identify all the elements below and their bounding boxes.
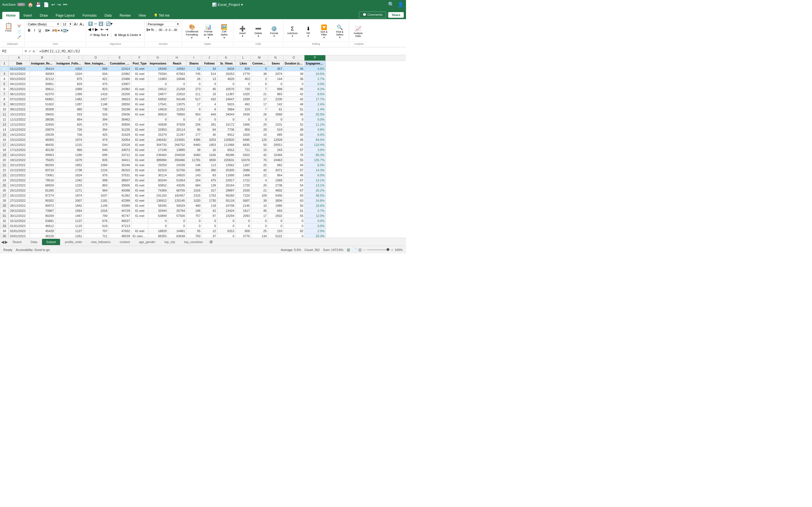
cell[interactable]: 646 <box>202 112 217 117</box>
table-row[interactable]: 2726/12/2022872741874103741362IG reel191… <box>0 193 326 198</box>
header-cell-E[interactable]: Cumulative_Followers <box>109 61 132 66</box>
cell[interactable]: 21/12/2022 <box>9 168 30 173</box>
cell[interactable]: 2007 <box>55 198 84 203</box>
cell[interactable]: 12/12/2022 <box>9 122 30 127</box>
cell[interactable]: 1216 <box>84 168 109 173</box>
cell[interactable]: 55 <box>186 228 202 233</box>
cell[interactable]: 954 <box>186 112 202 117</box>
sheet-tab-top_city[interactable]: top_city <box>160 239 179 245</box>
cell[interactable]: 52 <box>186 66 202 71</box>
cell[interactable]: 28 <box>251 112 268 117</box>
cell[interactable]: 13/12/2022 <box>9 127 30 132</box>
cell[interactable]: 29936 <box>109 112 132 117</box>
table-row[interactable]: 3301/01/2023466121115619472130000000000.… <box>0 223 326 228</box>
cell[interactable]: 13895 <box>168 147 186 152</box>
col-header-N[interactable]: N <box>268 55 283 61</box>
table-row[interactable]: 504/12/202230851829475239070000000000.0% <box>0 81 326 87</box>
cell[interactable]: 4 <box>202 102 217 107</box>
cell[interactable]: 21347 <box>168 132 186 137</box>
cell[interactable]: 1564 <box>55 208 84 213</box>
cell[interactable]: 0 <box>148 223 168 228</box>
cell[interactable]: 78856 <box>168 112 186 117</box>
cell[interactable]: 0 <box>217 218 236 223</box>
col-header-L[interactable]: L <box>236 55 251 61</box>
cell[interactable]: 144 <box>268 76 284 81</box>
cell[interactable]: 8.5% <box>305 92 326 97</box>
cell[interactable]: 0 <box>148 117 168 122</box>
cell[interactable]: 17 <box>186 102 202 107</box>
cell[interactable]: 25 <box>251 228 268 233</box>
cell[interactable]: IG reel <box>132 122 148 127</box>
cell[interactable]: IG reel <box>132 158 148 163</box>
cell[interactable]: 5607 <box>236 198 251 203</box>
cell[interactable]: 39309 <box>30 107 55 112</box>
cell[interactable]: 66801 <box>30 97 55 102</box>
header-cell-I[interactable]: Shares <box>186 61 202 66</box>
cell[interactable]: 6835 <box>236 142 251 147</box>
cell[interactable]: 15466 <box>268 152 284 158</box>
cell[interactable]: 10/12/2022 <box>9 112 30 117</box>
cell[interactable]: 134 <box>251 233 268 238</box>
cell[interactable]: 31629 <box>109 132 132 137</box>
find-select-button[interactable]: 🔍 Find &Select ▾ <box>333 24 347 40</box>
cell[interactable]: 139 <box>202 183 217 188</box>
cell[interactable]: 64 <box>202 127 217 132</box>
cell[interactable]: 66755 <box>168 188 186 193</box>
col-header-H[interactable]: H <box>168 55 186 61</box>
cell[interactable]: 45428 <box>30 228 55 233</box>
accounting-button[interactable]: $▾ <box>146 28 150 32</box>
cell[interactable]: 883 <box>268 92 284 97</box>
cell[interactable]: 0 <box>202 117 217 122</box>
cell[interactable]: 2315 <box>186 193 202 198</box>
cell[interactable]: 2145 <box>236 203 251 208</box>
table-row[interactable]: 706/12/2022623701399141825205IG reel2487… <box>0 92 326 97</box>
cell[interactable]: IG reel <box>132 97 148 102</box>
header-cell-D[interactable]: New_Instagram_Followers <box>84 61 109 66</box>
cell[interactable]: 10 <box>251 203 268 208</box>
cell[interactable]: 4385 <box>186 137 202 142</box>
cell[interactable]: 2.4% <box>305 102 326 107</box>
cell[interactable]: 25 <box>251 163 268 168</box>
cell[interactable]: 2.7% <box>305 76 326 81</box>
cell[interactable]: 304733 <box>148 142 168 147</box>
cell[interactable]: 146 <box>186 163 202 168</box>
cell[interactable]: IG reel <box>132 137 148 142</box>
cell[interactable]: 20 <box>251 122 268 127</box>
col-header-B[interactable]: B <box>30 55 55 61</box>
tab-tellme[interactable]: 💡Tell me <box>150 12 173 19</box>
cell[interactable]: 40398 <box>109 188 132 193</box>
cell[interactable]: 707 <box>84 228 109 233</box>
cell[interactable]: 13562 <box>217 163 236 168</box>
cell[interactable]: 266752 <box>168 142 186 147</box>
cell[interactable]: 97 <box>202 213 217 218</box>
cell[interactable]: 0 <box>202 81 217 87</box>
cell[interactable] <box>132 117 148 122</box>
number-format-dropdown[interactable]: Percentage ▾ <box>146 21 180 27</box>
cell[interactable]: 142 <box>268 102 284 107</box>
cell[interactable]: 29198 <box>109 107 132 112</box>
cell[interactable]: IG reel <box>132 142 148 147</box>
cell[interactable]: 17 <box>251 102 268 107</box>
cell[interactable]: 86819 <box>148 112 168 117</box>
cell[interactable]: 1679 <box>55 158 84 163</box>
cell[interactable]: 1261 <box>55 233 84 238</box>
cell[interactable]: 829 <box>55 81 84 87</box>
cell[interactable]: 29 <box>251 127 268 132</box>
cell[interactable]: 9495 <box>236 137 251 142</box>
cell[interactable]: 17 <box>251 213 268 218</box>
cell[interactable]: 0 <box>284 223 305 228</box>
sheet-tab-reach[interactable]: Reach <box>8 239 26 245</box>
cell[interactable]: 0 <box>268 218 284 223</box>
cell[interactable]: 220631 <box>217 158 236 163</box>
cell[interactable]: 46 <box>284 66 305 71</box>
cell[interactable]: 711 <box>236 147 251 152</box>
cell[interactable]: IG reel <box>132 198 148 203</box>
cell[interactable]: 20.3% <box>305 233 326 238</box>
cell[interactable]: 568 <box>84 66 109 71</box>
cell[interactable]: 998 <box>84 178 109 183</box>
cell[interactable]: IG reel <box>132 71 148 76</box>
font-family-dropdown[interactable]: Calibri (Body)▾ <box>27 21 60 27</box>
cell[interactable]: 33 <box>202 66 217 71</box>
cell[interactable]: 135.7% <box>305 158 326 163</box>
insert-function-icon[interactable]: fx <box>33 50 35 53</box>
